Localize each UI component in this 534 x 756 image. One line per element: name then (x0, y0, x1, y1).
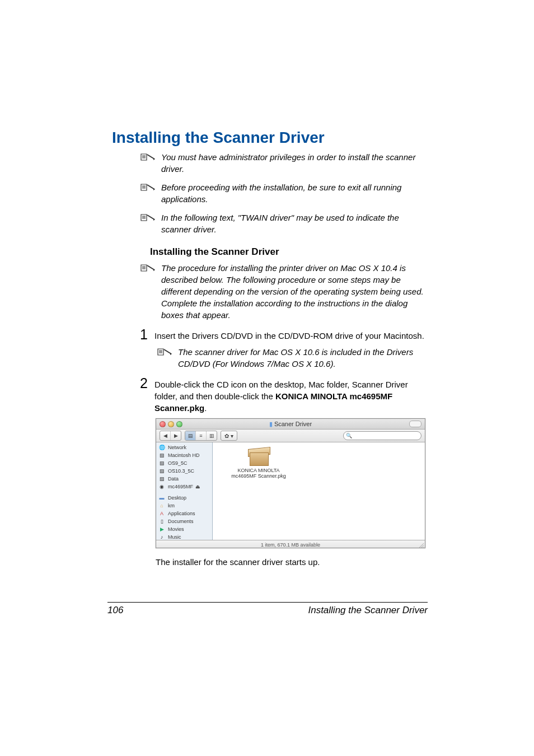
toolbar-toggle-button[interactable] (409, 421, 421, 427)
sidebar-item-label: Documents (168, 519, 194, 524)
music-icon: ♪ (158, 534, 166, 540)
note-icon (140, 213, 156, 225)
step-text: Insert the Drivers CD/DVD in the CD/DVD-… (154, 328, 424, 342)
toolbar: ◀ ▶ ▤ ≡ ▥ ✿ ▾ 🔍 (156, 430, 425, 442)
globe-icon: 🌐 (158, 444, 166, 451)
search-icon: 🔍 (346, 433, 352, 438)
movies-icon: ▶ (158, 526, 166, 533)
footer-title: Installing the Scanner Driver (308, 605, 428, 616)
finder-window-screenshot: ▮ Scaner Driver ◀ ▶ ▤ ≡ ▥ ✿ ▾ 🔍 (156, 418, 425, 548)
sidebar-item-label: Applications (168, 511, 195, 516)
file-area[interactable]: KONICA MINOLTA mc4695MF Scanner.pkg (213, 442, 425, 540)
step-text: Double-click the CD icon on the desktop,… (154, 376, 425, 414)
sidebar-item-movies[interactable]: ▶Movies (156, 525, 212, 533)
sidebar-item-disk[interactable]: ▧OS9_5C (156, 459, 212, 467)
home-icon: ⌂ (158, 502, 166, 509)
note-icon (140, 152, 156, 165)
sidebar-item-label: km (168, 503, 175, 508)
procedure-note: The procedure for installing the printer… (161, 262, 425, 321)
sidebar-item-label: Desktop (168, 495, 186, 501)
disk-icon: ▧ (158, 475, 166, 482)
file-label-line: mc4695MF Scanner.pkg (225, 473, 292, 479)
note-icon (140, 183, 156, 195)
sidebar-item-label: Music (168, 534, 181, 540)
sidebar-item-label: Macintosh HD (168, 452, 200, 458)
status-text: 1 item, 670.1 MB available (261, 542, 320, 548)
sidebar-item-label: mc4695MF (168, 484, 193, 489)
desktop-icon: ▬ (158, 494, 166, 501)
note-text: Before proceeding with the installation,… (161, 181, 425, 205)
sidebar-item-label: Movies (168, 526, 184, 532)
forward-button[interactable]: ▶ (171, 431, 181, 440)
body-text: The installer for the scanner driver sta… (156, 557, 425, 567)
sidebar-item-disk[interactable]: ▧Data (156, 475, 212, 483)
sidebar-item-documents[interactable]: ▯Documents (156, 517, 212, 525)
folder-icon: ▮ (269, 421, 273, 427)
page-title: Installing the Scanner Driver (112, 129, 425, 147)
sidebar-item-cd[interactable]: ◉mc4695MF ⏏ (156, 483, 212, 491)
window-titlebar[interactable]: ▮ Scaner Driver (156, 419, 425, 430)
subheading: Installing the Scanner Driver (150, 246, 425, 258)
view-list-button[interactable]: ≡ (196, 431, 207, 440)
page-footer: 106 Installing the Scanner Driver (107, 602, 428, 616)
file-label-line: KONICA MINOLTA (225, 468, 292, 473)
sidebar-item-label: OS9_5C (168, 460, 188, 466)
sidebar-item-disk[interactable]: ▧OS10.3_5C (156, 467, 212, 475)
document-icon: ▯ (158, 518, 166, 525)
sidebar-item-label: Network (168, 445, 186, 450)
sidebar-item-label: OS10.3_5C (168, 468, 194, 474)
package-file[interactable]: KONICA MINOLTA mc4695MF Scanner.pkg (225, 447, 292, 479)
search-input[interactable]: 🔍 (343, 431, 421, 440)
resize-grip-icon[interactable] (417, 542, 424, 548)
window-title-text: Scaner Driver (274, 421, 312, 427)
sidebar-item-applications[interactable]: AApplications (156, 510, 212, 517)
view-column-button[interactable]: ▥ (207, 431, 217, 440)
back-button[interactable]: ◀ (160, 431, 171, 440)
step-number: 1 (140, 328, 154, 342)
applications-icon: A (158, 510, 166, 517)
disk-icon: ▧ (158, 468, 166, 474)
action-menu-button[interactable]: ✿ ▾ (221, 431, 237, 441)
view-mode-group: ▤ ≡ ▥ (185, 431, 217, 441)
back-forward-group: ◀ ▶ (160, 431, 181, 441)
eject-icon[interactable]: ⏏ (195, 484, 200, 489)
sidebar-item-music[interactable]: ♪Music (156, 533, 212, 540)
sidebar: 🌐Network ▧Macintosh HD ▧OS9_5C ▧OS10.3_5… (156, 442, 213, 540)
sidebar-item-network[interactable]: 🌐Network (156, 444, 212, 451)
sidebar-item-desktop[interactable]: ▬Desktop (156, 494, 212, 502)
step-note: The scanner driver for Mac OS X 10.6 is … (178, 346, 425, 370)
step-number: 2 (140, 376, 154, 390)
cd-icon: ◉ (158, 483, 166, 490)
step-text-post: . (204, 403, 207, 413)
sidebar-item-label: Data (168, 476, 179, 482)
disk-icon: ▧ (158, 452, 166, 459)
note-icon (140, 263, 156, 276)
note-text: You must have administrator privileges i… (161, 151, 425, 175)
page-number: 106 (107, 605, 123, 616)
note-icon (157, 347, 172, 360)
view-icon-button[interactable]: ▤ (185, 431, 196, 440)
status-bar: 1 item, 670.1 MB available (156, 540, 425, 548)
window-title: ▮ Scaner Driver (156, 421, 425, 428)
note-text: In the following text, "TWAIN driver" ma… (161, 212, 425, 235)
disk-icon: ▧ (158, 460, 166, 466)
package-icon (247, 447, 270, 466)
sidebar-item-home[interactable]: ⌂km (156, 502, 212, 510)
sidebar-item-disk[interactable]: ▧Macintosh HD (156, 451, 212, 459)
